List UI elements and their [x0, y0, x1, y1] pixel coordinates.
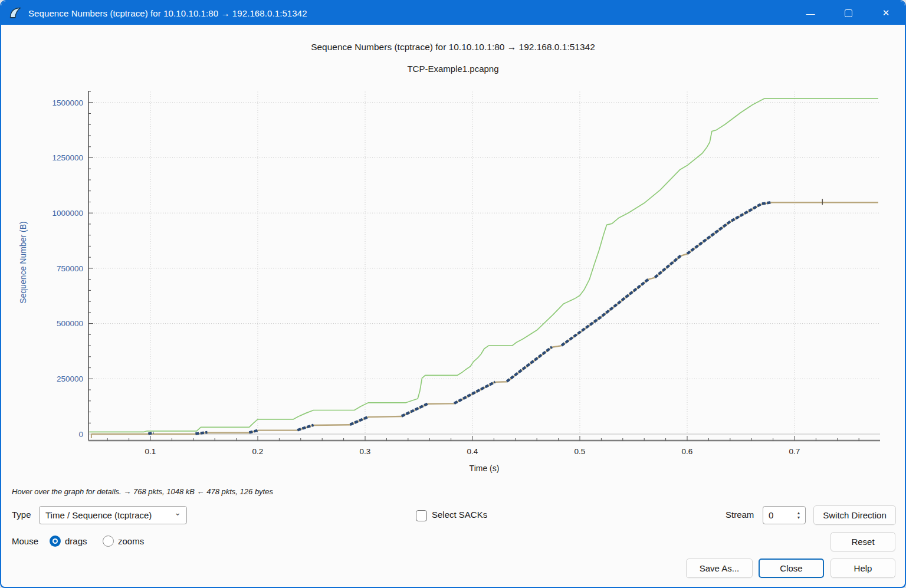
graph-subtitle: TCP-Example1.pcapng — [1, 64, 905, 74]
mouse-zooms-label: zooms — [118, 536, 144, 546]
svg-text:750000: 750000 — [57, 264, 83, 273]
window-title: Sequence Numbers (tcptrace) for 10.10.10… — [28, 8, 307, 18]
hint-text: Hover over the graph for details. → 768 … — [12, 487, 273, 496]
svg-text:0.4: 0.4 — [467, 447, 478, 456]
reset-button[interactable]: Reset — [830, 532, 895, 551]
spin-up-icon[interactable]: ▲ — [797, 511, 801, 515]
close-button[interactable]: Close — [759, 559, 824, 578]
stream-graph-window: 0250000500000750000100000012500001500000… — [0, 0, 906, 588]
close-window-button[interactable]: ✕ — [867, 1, 905, 25]
switch-direction-button[interactable]: Switch Direction — [813, 505, 896, 525]
minimize-button[interactable]: — — [792, 1, 829, 25]
maximize-icon — [845, 9, 852, 17]
select-sacks-label: Select SACKs — [432, 510, 487, 520]
x-tick-labels: 0.10.20.30.40.50.60.7 — [145, 447, 800, 456]
mouse-zooms-radio[interactable] — [103, 536, 114, 547]
titlebar[interactable]: Sequence Numbers (tcptrace) for 10.10.10… — [1, 1, 905, 25]
stream-spinner[interactable]: 0 ▲ ▼ — [763, 506, 806, 524]
svg-text:1000000: 1000000 — [52, 209, 83, 218]
sequence-graph: 0250000500000750000100000012500001500000… — [1, 1, 906, 588]
svg-text:0: 0 — [78, 430, 83, 439]
svg-text:0.5: 0.5 — [575, 447, 586, 456]
stream-value: 0 — [763, 507, 792, 524]
graph-title: Sequence Numbers (tcptrace) for 10.10.10… — [1, 42, 905, 52]
mouse-drags-label: drags — [65, 536, 87, 546]
svg-text:1250000: 1250000 — [52, 153, 83, 162]
y-tick-labels: 0250000500000750000100000012500001500000 — [52, 98, 83, 439]
svg-text:0.7: 0.7 — [789, 447, 800, 456]
y-axis-title: Sequence Number (B) — [18, 221, 28, 303]
close-icon: ✕ — [882, 8, 890, 18]
select-sacks-checkbox[interactable] — [416, 510, 427, 521]
stream-label: Stream — [726, 510, 754, 520]
graph-type-value: Time / Sequence (tcptrace) — [45, 510, 152, 520]
svg-text:0.6: 0.6 — [682, 447, 693, 456]
svg-text:0.3: 0.3 — [360, 447, 371, 456]
mouse-label: Mouse — [12, 536, 38, 546]
minimize-icon: — — [806, 8, 815, 18]
mouse-drags-radio[interactable] — [50, 536, 61, 547]
x-axis-title: Time (s) — [470, 464, 500, 473]
save-as-button[interactable]: Save As... — [686, 559, 753, 578]
svg-text:0.1: 0.1 — [145, 447, 156, 456]
help-button[interactable]: Help — [830, 559, 895, 578]
plot-area[interactable] — [88, 91, 880, 441]
spin-down-icon[interactable]: ▼ — [797, 515, 801, 520]
chevron-down-icon: ⌄ — [174, 508, 181, 517]
maximize-button[interactable] — [829, 1, 867, 25]
svg-text:0.2: 0.2 — [252, 447, 264, 456]
type-label: Type — [12, 510, 31, 520]
wireshark-icon — [8, 6, 22, 20]
graph-type-select[interactable]: Time / Sequence (tcptrace) ⌄ — [39, 506, 187, 524]
svg-text:250000: 250000 — [57, 375, 83, 383]
svg-text:1500000: 1500000 — [52, 98, 83, 107]
svg-text:500000: 500000 — [57, 319, 83, 328]
